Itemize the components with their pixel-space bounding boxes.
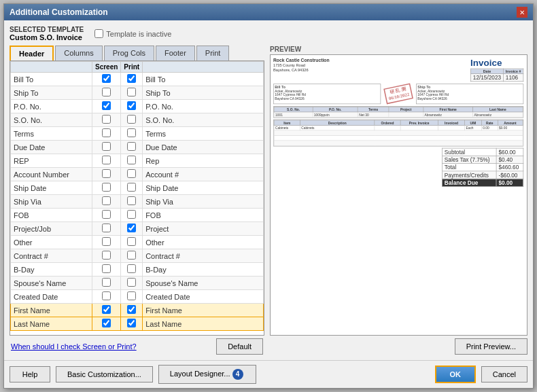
print-checkbox[interactable] (127, 264, 136, 273)
row-print-cell (121, 100, 143, 113)
row-label: Bill To (11, 73, 92, 86)
row-value: Project (143, 222, 264, 236)
ship-to-addr: Acker, Abramowitz 1647 Cypress Hill Rd B… (417, 90, 522, 101)
table-row: Spouse's NameSpouse's Name (11, 277, 264, 290)
tab-header[interactable]: Header (10, 46, 54, 60)
screen-checkbox[interactable] (102, 128, 111, 137)
inv-title-meta: Invoice Date Invoice # (470, 58, 523, 82)
basic-customization-button[interactable]: Basic Customization... (56, 366, 153, 382)
row-screen-cell (92, 263, 121, 277)
cancel-button[interactable]: Cancel (481, 366, 527, 382)
print-checkbox[interactable] (127, 142, 136, 151)
screen-checkbox[interactable] (102, 319, 111, 327)
inv-total-label: Total (442, 164, 496, 171)
row-label: P.O. No. (11, 100, 92, 113)
row-screen-cell (92, 317, 121, 331)
row-value: First Name (143, 304, 264, 317)
screen-checkbox[interactable] (102, 101, 111, 110)
print-checkbox[interactable] (127, 156, 136, 164)
screen-checkbox[interactable] (102, 169, 111, 178)
inv-item-1-prev (400, 125, 438, 130)
row-print-cell (121, 181, 143, 195)
screen-checkbox[interactable] (102, 278, 111, 287)
screen-checkbox[interactable] (102, 196, 111, 205)
print-checkbox[interactable] (127, 196, 136, 205)
ok-button[interactable]: OK (435, 366, 476, 383)
table-row: OtherOther (11, 236, 264, 249)
print-checkbox[interactable] (127, 115, 136, 124)
row-print-cell (121, 73, 143, 86)
ok-label: OK (450, 370, 462, 378)
table-row: Last NameLast Name (11, 317, 264, 331)
screen-checkbox[interactable] (102, 183, 111, 192)
table-row: Ship DateShip Date (11, 181, 264, 195)
tab-prog-cols[interactable]: Prog Cols (104, 46, 154, 60)
row-label: Ship Date (11, 181, 92, 195)
row-label: First Name (11, 304, 92, 317)
screen-checkbox[interactable] (102, 156, 111, 164)
print-preview-button[interactable]: Print Preview... (455, 338, 527, 355)
inv-ship-to: Ship To Acker, Abramowitz 1647 Cypress H… (416, 84, 523, 104)
screen-checkbox[interactable] (102, 115, 111, 124)
row-value: Other (143, 236, 264, 249)
screen-checkbox[interactable] (102, 291, 111, 300)
inv-col-item: Item (274, 120, 300, 126)
layout-designer-button[interactable]: Layout Designer... 4 (158, 365, 256, 384)
template-inactive-checkbox[interactable] (94, 29, 103, 38)
tab-print[interactable]: Print (196, 46, 230, 60)
print-checkbox[interactable] (127, 224, 136, 232)
row-print-cell (121, 222, 143, 236)
inv-col-desc: Description (300, 120, 375, 126)
print-checkbox[interactable] (127, 278, 136, 287)
help-button[interactable]: Help (10, 366, 50, 382)
inv-item-row-1: Cabinets Cabinets Each 0.00 $ (274, 125, 523, 130)
tab-footer[interactable]: Footer (156, 46, 195, 60)
print-checkbox[interactable] (127, 291, 136, 300)
print-checkbox[interactable] (127, 251, 136, 260)
screen-checkbox[interactable] (102, 224, 111, 232)
row-print-cell (121, 263, 143, 277)
screen-checkbox[interactable] (102, 251, 111, 260)
print-checkbox[interactable] (127, 210, 136, 219)
table-row: Account NumberAccount # (11, 168, 264, 181)
dialog-body: SELECTED TEMPLATE Custom S.O. Invoice Te… (4, 20, 533, 360)
tab-columns[interactable]: Columns (55, 46, 102, 60)
template-inactive-section: Template is inactive (94, 29, 171, 38)
row-value: Ship Via (143, 195, 264, 209)
print-checkbox[interactable] (127, 128, 136, 137)
print-checkbox[interactable] (127, 237, 136, 246)
screen-checkbox[interactable] (102, 264, 111, 273)
invoice-preview-wrap: Rock Castle Construction 1735 County Roa… (273, 58, 524, 230)
screen-checkbox[interactable] (102, 88, 111, 96)
inv-fields-values: 1001 1009ppvtn Net 30 Abramowitz Abramow… (274, 112, 523, 118)
default-button[interactable]: Default (216, 338, 263, 355)
print-checkbox[interactable] (127, 305, 136, 314)
print-preview-row: Print Preview... (270, 338, 527, 355)
table-header-row: Screen Print (11, 62, 264, 73)
table-row: REPRep (11, 154, 264, 168)
col-header-name (11, 62, 92, 73)
screen-checkbox[interactable] (102, 237, 111, 246)
table-row: Contract #Contract # (11, 249, 264, 263)
inv-balance-label: Balance Due (442, 179, 496, 186)
inv-fields-header: S.O. No. P.O. No. Terms Project First Na… (274, 107, 523, 112)
screen-checkbox[interactable] (102, 305, 111, 314)
screen-checkbox[interactable] (102, 74, 111, 83)
print-checkbox[interactable] (127, 169, 136, 178)
row-value: Last Name (143, 317, 264, 331)
print-checkbox[interactable] (127, 319, 136, 327)
stamp: 研 乱 测06/10/2022 (383, 84, 413, 105)
row-value: Account # (143, 168, 264, 181)
close-button[interactable]: ✕ (517, 7, 527, 18)
print-checkbox[interactable] (127, 88, 136, 96)
row-screen-cell (92, 127, 121, 141)
screen-checkbox[interactable] (102, 142, 111, 151)
print-checkbox[interactable] (127, 74, 136, 83)
print-checkbox[interactable] (127, 183, 136, 192)
screen-print-help-link[interactable]: When should I check Screen or Print? (11, 342, 137, 351)
inv-num-value: 1106 (503, 74, 523, 82)
print-checkbox[interactable] (127, 101, 136, 110)
inv-total-row: Total $460.60 (442, 164, 523, 171)
inv-items-body: Cabinets Cabinets Each 0.00 $ (274, 125, 523, 145)
screen-checkbox[interactable] (102, 210, 111, 219)
